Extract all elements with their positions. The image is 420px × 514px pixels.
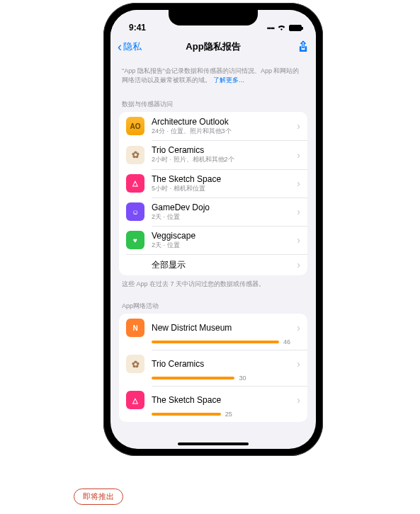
app-name: Veggiscape	[152, 231, 290, 241]
app-name: Trio Ceramics	[152, 359, 290, 370]
app-icon: ✿	[126, 146, 144, 164]
nav-bar: ‹ 隐私 App隐私报告	[110, 34, 316, 59]
status-time: 9:41	[129, 23, 146, 33]
chevron-right-icon: ›	[297, 149, 300, 161]
battery-icon	[289, 25, 302, 31]
coming-soon-pill: 即将推出	[74, 489, 123, 505]
app-icon: △	[126, 391, 144, 409]
app-name: Architecture Outlook	[152, 117, 290, 127]
chevron-right-icon: ›	[297, 120, 300, 132]
data-sensor-list: AO Architecture Outlook 24分 · 位置、照片和其他3个…	[119, 112, 307, 275]
network-row[interactable]: ✿ Trio Ceramics › 30	[119, 350, 307, 386]
app-name: The Sketch Space	[152, 395, 290, 406]
app-detail: 2天 · 位置	[152, 241, 290, 249]
section-header-network: App网络活动	[119, 289, 307, 314]
intro-text: "App 隐私报告"会记录数据和传感器的访问情况、App 和网站的网络活动以及最…	[119, 59, 307, 87]
page-title: App隐私报告	[186, 40, 240, 53]
activity-bar	[152, 413, 221, 416]
chevron-right-icon: ›	[297, 358, 300, 370]
chevron-left-icon: ‹	[118, 40, 122, 53]
share-button[interactable]	[297, 40, 309, 53]
section-header-data-sensors: 数据与传感器访问	[119, 87, 307, 112]
app-icon: △	[126, 174, 144, 193]
chevron-right-icon: ›	[297, 322, 300, 333]
back-label: 隐私	[123, 40, 142, 53]
app-detail: 24分 · 位置、照片和其他3个	[152, 127, 290, 135]
back-button[interactable]: ‹ 隐私	[118, 40, 142, 53]
activity-bar	[152, 341, 279, 343]
app-icon: ☺	[126, 202, 144, 221]
section-footnote: 这些 App 在过去 7 天中访问过您的数据或传感器。	[119, 275, 307, 289]
chevron-right-icon: ›	[297, 178, 300, 189]
network-row[interactable]: N New District Museum › 46	[119, 314, 307, 350]
app-icon: ♥	[126, 231, 144, 249]
app-icon: AO	[126, 117, 144, 135]
chevron-right-icon: ›	[297, 206, 300, 217]
app-row[interactable]: ♥ Veggiscape 2天 · 位置 ›	[119, 226, 307, 254]
app-detail: 2天 · 位置	[152, 213, 290, 221]
app-row[interactable]: AO Architecture Outlook 24分 · 位置、照片和其他3个…	[119, 112, 307, 140]
chevron-right-icon: ›	[297, 259, 300, 270]
app-icon: ✿	[126, 355, 144, 373]
activity-count: 30	[239, 375, 246, 382]
status-icons: ▪▪▪▪	[267, 23, 302, 33]
home-indicator[interactable]	[178, 442, 249, 445]
content-scroll[interactable]: "App 隐私报告"会记录数据和传感器的访问情况、App 和网站的网络活动以及最…	[110, 59, 316, 449]
app-name: New District Museum	[152, 323, 290, 333]
chevron-right-icon: ›	[297, 394, 300, 406]
activity-bar	[152, 377, 234, 379]
learn-more-link[interactable]: 了解更多…	[213, 76, 245, 84]
app-row[interactable]: ☺ GameDev Dojo 2天 · 位置 ›	[119, 198, 307, 226]
network-row[interactable]: △ The Sketch Space › 25	[119, 386, 307, 422]
activity-count: 46	[283, 338, 290, 345]
wifi-icon	[277, 23, 286, 33]
app-name: The Sketch Space	[152, 174, 290, 185]
app-row[interactable]: ✿ Trio Ceramics 2小时 · 照片、相机和其他2个 ›	[119, 140, 307, 169]
show-all-label: 全部显示	[126, 260, 290, 270]
app-detail: 5小时 · 相机和位置	[152, 185, 290, 193]
share-icon	[297, 40, 309, 53]
show-all-row[interactable]: 全部显示 ›	[119, 254, 307, 275]
network-activity-list: N New District Museum › 46 ✿ Trio Cerami…	[119, 314, 307, 422]
activity-count: 25	[225, 411, 232, 418]
signal-icon: ▪▪▪▪	[267, 24, 274, 32]
notch	[169, 10, 258, 25]
phone-frame: 9:41 ▪▪▪▪ ‹ 隐私 App隐私报告 "	[103, 3, 323, 456]
app-icon: N	[126, 319, 144, 337]
phone-screen: 9:41 ▪▪▪▪ ‹ 隐私 App隐私报告 "	[110, 10, 316, 449]
app-detail: 2小时 · 照片、相机和其他2个	[152, 156, 290, 164]
chevron-right-icon: ›	[297, 234, 300, 246]
app-name: Trio Ceramics	[152, 145, 290, 156]
app-row[interactable]: △ The Sketch Space 5小时 · 相机和位置 ›	[119, 169, 307, 198]
app-name: GameDev Dojo	[152, 202, 290, 213]
